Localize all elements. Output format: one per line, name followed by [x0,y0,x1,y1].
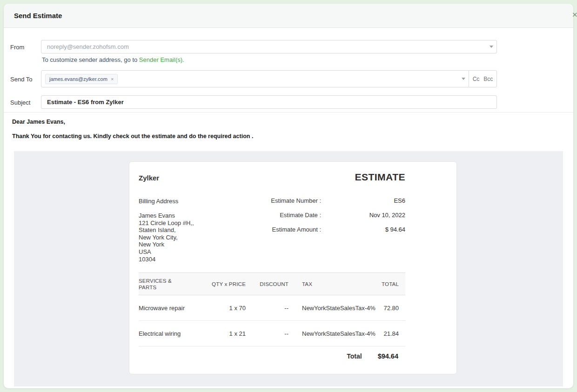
qty-price: 1 x 70 [204,295,246,321]
estimate-meta: Estimate Number : ES6 Estimate Date : No… [251,197,405,240]
sender-helper-prefix: To customize sender address, go to [42,56,139,63]
page-background: { "dialog": { "title": "Send Estimate", … [0,0,577,392]
estimate-date-label: Estimate Date : [251,212,321,219]
address-line: USA [139,248,194,256]
discount: -- [246,321,288,346]
estimate-number-value: ES6 [321,197,405,204]
meta-row-date: Estimate Date : Nov 10, 2022 [251,212,405,219]
form-body-divider [4,112,573,113]
total-value: $94.64 [378,352,398,360]
meta-row-amount: Estimate Amount : $ 94.64 [251,226,405,233]
from-input[interactable] [41,40,497,53]
send-estimate-dialog: Send Estimate From To customize sender a… [4,4,573,388]
email-greeting: Dear James Evans, [12,119,565,125]
sender-emails-link[interactable]: Sender Email(s). [139,56,184,63]
close-icon[interactable]: ✕ [572,10,577,20]
table-row: Microwave repair 1 x 70 -- NewYorkStateS… [139,295,405,321]
cc-bcc-box: Cc Bcc [469,70,497,87]
document-title: ESTIMATE [355,172,405,183]
from-dropdown-caret-icon[interactable] [490,46,493,48]
col-services-parts: SERVICES & PARTS [139,273,204,295]
col-total: TOTAL [377,273,405,295]
company-name: Zylker [139,174,159,182]
estimate-amount-value: $ 94.64 [321,226,405,233]
table-header-row: SERVICES & PARTS QTY x PRICE DISCOUNT TA… [139,273,405,295]
table-row: Electrical wiring 1 x 21 -- NewYorkState… [139,321,405,346]
total-label: Total [347,352,362,360]
send-to-field[interactable]: james.evans@zylker.com× [41,70,469,87]
address-line: 121 Circle Loop #H,, [139,219,194,227]
sender-helper-text: To customize sender address, go to Sende… [42,56,184,63]
address-line: Staten Island, [139,226,194,234]
line-items-table: SERVICES & PARTS QTY x PRICE DISCOUNT TA… [139,272,405,346]
billing-address: James Evans 121 Circle Loop #H,, Staten … [139,212,194,263]
estimate-total-row: Total $94.64 [347,352,398,360]
email-body-editor[interactable]: Dear James Evans, Thank You for contacti… [12,119,565,147]
tax: NewYorkStateSalesTax-4% [288,321,377,346]
address-line: James Evans [139,212,194,219]
bcc-button[interactable]: Bcc [483,76,493,82]
remove-recipient-icon[interactable]: × [111,76,114,82]
service-name: Microwave repair [139,295,204,321]
discount: -- [246,295,288,321]
dialog-title: Send Estimate [14,12,62,20]
billing-address-label: Billing Address [139,198,178,205]
from-label: From [10,44,24,51]
recipient-chip-label: james.evans@zylker.com [49,76,107,82]
subject-input[interactable] [41,95,497,109]
estimate-date-value: Nov 10, 2022 [321,212,405,219]
estimate-number-label: Estimate Number : [251,197,321,204]
estimate-amount-label: Estimate Amount : [251,226,321,233]
tax: NewYorkStateSalesTax-4% [288,295,377,321]
address-line: New York City, [139,234,194,241]
dialog-header: Send Estimate [4,4,573,28]
col-qty-price: QTY x PRICE [204,273,246,295]
recipient-chip[interactable]: james.evans@zylker.com× [45,74,118,84]
qty-price: 1 x 21 [204,321,246,346]
subject-label: Subject [10,99,30,106]
address-line: 10304 [139,256,194,263]
estimate-card: Zylker ESTIMATE Billing Address Estimate… [129,161,457,374]
send-to-dropdown-caret-icon[interactable] [462,78,465,80]
estimate-preview-area: Zylker ESTIMATE Billing Address Estimate… [14,151,563,386]
email-message: Thank You for contacting us. Kindly chec… [12,133,565,140]
col-tax: TAX [288,273,377,295]
meta-row-number: Estimate Number : ES6 [251,197,405,204]
service-name: Electrical wiring [139,321,204,346]
col-discount: DISCOUNT [246,273,288,295]
line-total: 72.80 [377,295,405,321]
address-line: New York [139,241,194,248]
line-total: 21.84 [377,321,405,346]
cc-button[interactable]: Cc [473,76,480,82]
send-to-label: Send To [10,76,32,83]
